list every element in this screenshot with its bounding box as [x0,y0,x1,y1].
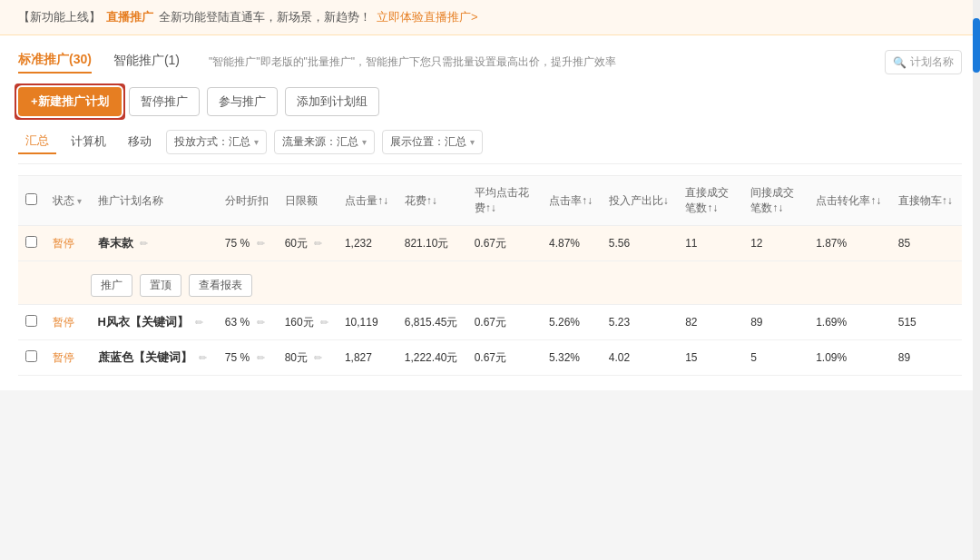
th-direct-goods: 直接物车↑↓ [891,176,962,226]
edit-budget-icon[interactable]: ✏ [314,238,322,249]
row-status-cell: 暂停 [45,305,91,340]
spend-value: 1,222.40元 [405,351,458,364]
roi-value: 4.02 [609,351,630,364]
banner-link[interactable]: 立即体验直播推广> [377,9,478,25]
avg-click-cost-value: 0.67元 [475,351,506,364]
indirect-orders-value: 5 [750,351,757,364]
edit-name-icon[interactable]: ✏ [140,238,148,249]
row-direct-goods-cell: 85 [891,226,962,261]
row-status-cell: 暂停 [45,340,91,376]
status-chevron-icon: ▾ [77,196,82,206]
select-all-checkbox[interactable] [25,193,37,205]
row-daily-budget-cell: 160元 ✏ [278,305,338,340]
row-direct-goods-cell: 89 [891,340,962,376]
scrollbar-thumb[interactable] [973,18,980,73]
row-direct-orders-cell: 11 [678,226,743,261]
row-clicks-cell: 1,827 [338,340,397,376]
th-indirect-orders: 间接成交笔数↑↓ [743,176,808,226]
table-header-row: 状态 ▾ 推广计划名称 分时折扣 日限额 点击量↑↓ 花费↑↓ 平均点击花费↑↓… [18,176,962,226]
pause-button[interactable]: 暂停推广 [129,87,200,116]
cvr-value: 1.69% [816,316,847,329]
clicks-value: 1,232 [345,237,372,250]
status-badge: 暂停 [53,237,74,250]
th-status: 状态 ▾ [45,176,91,226]
create-campaign-button[interactable]: +新建推广计划 [18,87,122,116]
display-position-filter[interactable]: 展示位置：汇总 ▾ [382,130,483,154]
th-name: 推广计划名称 [91,176,218,226]
edit-name-icon[interactable]: ✏ [195,317,203,328]
row-checkbox[interactable] [25,315,37,327]
ctr-value: 5.32% [549,351,580,364]
edit-discount-icon[interactable]: ✏ [257,238,265,249]
create-button-wrapper: +新建推广计划 [18,87,122,116]
edit-discount-icon[interactable]: ✏ [257,317,265,328]
sub-btn-置顶[interactable]: 置顶 [140,274,181,297]
table-row: 暂停 蔗蓝色【关键词】 ✏ 75 % ✏ 80元 ✏ 1,827 1,222.4… [18,340,962,376]
clicks-value: 1,827 [345,351,372,364]
banner-middle: 全新功能登陆直通车，新场景，新趋势！ [159,9,371,25]
cvr-value: 1.09% [816,351,847,364]
tabs-row: 标准推广(30) 智能推广(1) "智能推广"即老版的"批量推广"，智能推广下您… [18,50,962,74]
join-button[interactable]: 参与推广 [207,87,278,116]
top-banner: 【新功能上线】 直播推广 全新功能登陆直通车，新场景，新趋势！ 立即体验直播推广… [0,0,980,35]
edit-discount-icon[interactable]: ✏ [257,352,265,363]
spend-value: 821.10元 [405,237,449,250]
plan-name: H风衣【关键词】 [98,315,189,329]
daily-budget-value: 60元 [285,237,308,250]
row-checkbox[interactable] [25,236,37,248]
row-cvr-cell: 1.69% [808,305,891,340]
sub-btn-推广[interactable]: 推广 [91,274,132,297]
expanded-row: 推广置顶查看报表 [18,261,962,305]
edit-budget-icon[interactable]: ✏ [320,317,328,328]
delivery-method-filter[interactable]: 投放方式：汇总 ▾ [166,130,267,154]
row-checkbox-cell [18,305,45,340]
row-direct-goods-cell: 515 [891,305,962,340]
row-cvr-cell: 1.87% [808,226,891,261]
avg-click-cost-value: 0.67元 [475,316,506,329]
status-badge: 暂停 [53,316,74,329]
row-direct-orders-cell: 82 [678,305,743,340]
direct-goods-value: 515 [898,316,916,329]
plan-name: 春末款 [98,236,133,250]
discount-value: 75 % [225,237,250,250]
row-roi-cell: 4.02 [602,340,678,376]
daily-budget-value: 80元 [285,351,308,364]
th-clicks: 点击量↑↓ [338,176,397,226]
row-ctr-cell: 5.26% [542,305,602,340]
row-checkbox[interactable] [25,350,37,362]
row-spend-cell: 1,222.40元 [397,340,467,376]
th-cvr: 点击转化率↑↓ [808,176,891,226]
th-discount: 分时折扣 [218,176,278,226]
indirect-orders-value: 89 [750,316,762,329]
filter-tab-pc[interactable]: 计算机 [64,130,113,153]
row-discount-cell: 63 % ✏ [218,305,278,340]
roi-value: 5.23 [609,316,630,329]
avg-click-cost-value: 0.67元 [475,237,506,250]
delivery-method-label: 投放方式：汇总 [174,134,250,150]
row-avg-click-cost-cell: 0.67元 [467,226,542,261]
daily-budget-value: 160元 [285,316,314,329]
row-roi-cell: 5.56 [602,226,678,261]
sub-btn-查看报表[interactable]: 查看报表 [189,274,252,297]
direct-orders-value: 82 [685,316,697,329]
th-direct-orders: 直接成交笔数↑↓ [678,176,743,226]
search-box[interactable]: 🔍 计划名称 [885,50,962,74]
direct-goods-value: 85 [898,237,910,250]
traffic-source-filter[interactable]: 流量来源：汇总 ▾ [274,130,375,154]
tab-smart[interactable]: 智能推广(1) [113,53,180,73]
chevron-down-icon-3: ▾ [470,137,475,147]
row-checkbox-cell [18,226,45,261]
direct-goods-value: 89 [898,351,910,364]
banner-highlight: 直播推广 [106,9,153,25]
filter-tab-mobile[interactable]: 移动 [121,130,159,153]
edit-name-icon[interactable]: ✏ [199,352,207,363]
row-discount-cell: 75 % ✏ [218,226,278,261]
filter-tab-summary[interactable]: 汇总 [18,129,56,154]
add-group-button[interactable]: 添加到计划组 [285,87,379,116]
discount-value: 63 % [225,316,250,329]
edit-budget-icon[interactable]: ✏ [314,352,322,363]
tab-standard[interactable]: 标准推广(30) [18,52,92,74]
sub-actions-bar: 推广置顶查看报表 [91,274,955,297]
row-avg-click-cost-cell: 0.67元 [467,305,542,340]
main-content: 标准推广(30) 智能推广(1) "智能推广"即老版的"批量推广"，智能推广下您… [0,35,980,390]
